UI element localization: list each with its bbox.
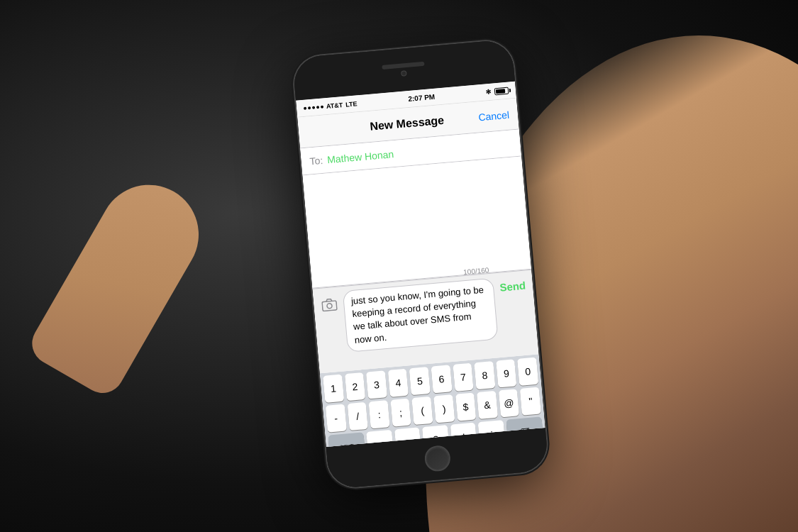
camera-icon [321,298,337,312]
signal-dot-3 [311,106,314,109]
nav-title: New Message [369,113,444,133]
svg-rect-0 [322,301,337,311]
key-7[interactable]: 7 [452,363,473,392]
nav-left-space [307,130,336,132]
key-2[interactable]: 2 [344,372,365,401]
signal-dot-4 [316,106,318,109]
key-rparen[interactable]: ) [433,394,455,423]
status-left: AT&T LTE [303,100,357,112]
key-5[interactable]: 5 [409,367,431,395]
battery-fill [495,89,504,94]
phone: AT&T LTE 2:07 PM ✻ New Message Cancel [292,39,548,489]
front-camera [401,70,407,77]
key-quote[interactable]: " [520,387,541,416]
key-dash[interactable]: - [325,404,346,433]
key-9[interactable]: 9 [495,359,516,387]
key-lparen[interactable]: ( [411,397,433,425]
key-8[interactable]: 8 [474,361,495,389]
key-3[interactable]: 3 [366,370,387,399]
key-dollar[interactable]: $ [455,393,476,421]
signal-dot-1 [303,106,306,109]
to-label: To: [309,154,323,167]
battery-indicator [494,87,509,95]
key-slash[interactable]: / [347,402,368,431]
key-ampersand[interactable]: & [477,391,498,419]
key-4[interactable]: 4 [387,369,409,397]
thumb [24,167,216,401]
char-counter: 100/160 [462,266,489,276]
scene: AT&T LTE 2:07 PM ✻ New Message Cancel [0,0,798,532]
key-colon[interactable]: : [368,400,389,428]
phone-screen: AT&T LTE 2:07 PM ✻ New Message Cancel [296,82,545,447]
key-1[interactable]: 1 [323,375,344,403]
message-text: just so you know, I'm going to be keepin… [350,283,490,346]
message-thread-area [302,156,531,288]
message-input[interactable]: 100/160 just so you know, I'm going to b… [342,278,498,353]
home-button[interactable] [423,445,451,472]
signal-dot-2 [307,106,310,109]
key-semicolon[interactable]: ; [390,399,411,427]
status-time: 2:07 PM [407,93,435,103]
speaker [382,62,424,70]
cancel-button[interactable]: Cancel [477,109,509,123]
camera-button[interactable] [318,294,340,316]
carrier-label: AT&T [326,101,343,110]
key-6[interactable]: 6 [431,365,452,393]
key-at[interactable]: @ [498,389,519,417]
bluetooth-icon: ✻ [485,88,492,96]
key-0[interactable]: 0 [517,358,538,386]
signal-bars [303,105,323,109]
signal-dot-5 [320,105,323,108]
network-type: LTE [345,100,357,108]
svg-point-1 [326,304,332,309]
send-button[interactable]: Send [497,276,528,296]
recipient-name: Mathew Honan [326,148,394,165]
status-right: ✻ [485,87,509,96]
